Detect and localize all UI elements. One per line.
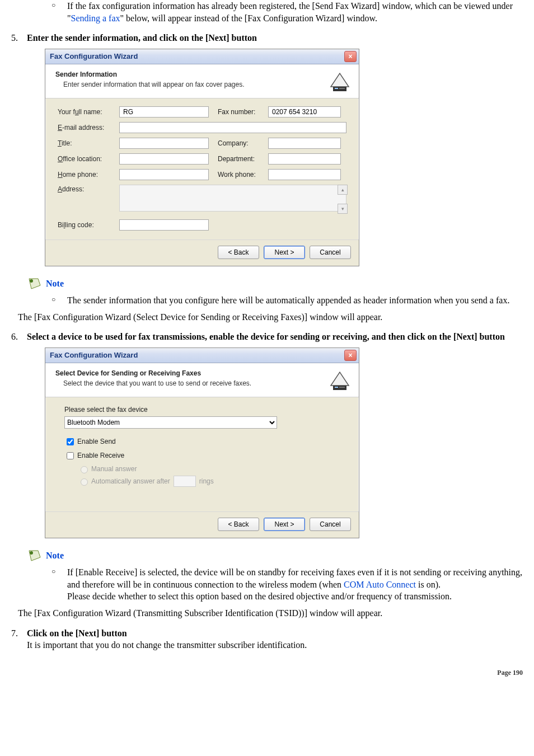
next-button[interactable]: Next > — [264, 246, 305, 259]
step-6-text: Select a device to be used for fax trans… — [27, 331, 523, 343]
step-5: 5. Enter the sender information, and cli… — [11, 32, 523, 44]
fax-number-input[interactable] — [268, 106, 341, 118]
note-icon — [27, 548, 41, 563]
note-1: Note — [27, 276, 523, 291]
svg-point-7 — [30, 551, 33, 555]
cancel-button[interactable]: Cancel — [310, 246, 351, 259]
close-icon[interactable]: × — [344, 51, 357, 62]
cancel-button[interactable]: Cancel — [310, 518, 351, 531]
dialog-header: Select Device for Sending or Receiving F… — [45, 363, 359, 397]
manual-answer-label: Manual answer — [91, 464, 137, 473]
enable-send-checkbox[interactable] — [67, 438, 74, 445]
back-button[interactable]: < Back — [218, 518, 259, 531]
sending-a-fax-link[interactable]: Sending a fax — [71, 13, 120, 23]
note-2-line1b: is on). — [416, 580, 441, 589]
dialog-title: Fax Configuration Wizard — [50, 350, 138, 360]
label-email: E-mail address: — [58, 123, 119, 132]
enable-receive-checkbox[interactable] — [67, 452, 74, 459]
dialog-titlebar: Fax Configuration Wizard × — [45, 348, 359, 363]
office-input[interactable] — [119, 153, 209, 165]
enable-send-label: Enable Send — [77, 437, 116, 446]
step-5-number: 5. — [11, 32, 27, 44]
dialog-header: Sender Information Enter sender informat… — [45, 64, 359, 98]
title-input[interactable] — [119, 138, 209, 149]
auto-answer-label: Automatically answer after — [91, 477, 170, 486]
enable-receive-label: Enable Receive — [77, 451, 124, 460]
note-label: Note — [46, 550, 64, 562]
rings-label: rings — [199, 477, 214, 486]
fax-device-select[interactable]: Bluetooth Modem — [64, 416, 277, 429]
label-office: Office location: — [58, 154, 119, 163]
intro-bullet: If the fax configuration information has… — [45, 0, 523, 24]
address-textarea[interactable] — [119, 185, 346, 212]
step-7-number: 7. — [11, 627, 27, 651]
fax-icon — [327, 70, 352, 95]
label-company: Company: — [218, 139, 268, 148]
step-6-number: 6. — [11, 331, 27, 343]
note-2: Note — [27, 548, 523, 563]
label-workphone: Work phone: — [218, 170, 268, 179]
note-1-bullet: The sender information that you configur… — [45, 294, 523, 307]
label-fullname: Your full name: — [58, 107, 119, 116]
fax-config-wizard-device-dialog: Fax Configuration Wizard × Select Device… — [45, 348, 359, 538]
footer-page-number: 190 — [513, 669, 523, 677]
label-dept: Department: — [218, 154, 268, 163]
select-fax-device-label: Please select the fax device — [64, 405, 346, 414]
note-label: Note — [46, 278, 64, 290]
email-input[interactable] — [119, 122, 346, 133]
dialog-titlebar: Fax Configuration Wizard × — [45, 49, 359, 64]
note-2-bullet: If [Enable Receive] is selected, the dev… — [45, 566, 523, 603]
intro-bullet-post: " below, will appear instead of the [Fax… — [120, 13, 377, 23]
header-subtitle: Select the device that you want to use t… — [55, 379, 251, 388]
label-billing: Billing code: — [58, 220, 119, 229]
auto-answer-radio — [81, 478, 88, 486]
fax-config-wizard-sender-dialog: Fax Configuration Wizard × Sender Inform… — [45, 49, 359, 266]
manual-answer-radio — [81, 466, 88, 473]
header-subtitle: Enter sender information that will appea… — [55, 80, 245, 89]
step-7: 7. Click on the [Next] button It is impo… — [11, 627, 523, 651]
dialog-title: Fax Configuration Wizard — [50, 51, 138, 62]
svg-rect-2 — [339, 88, 345, 89]
svg-rect-6 — [339, 387, 345, 388]
homephone-input[interactable] — [119, 169, 209, 180]
label-fax: Fax number: — [218, 107, 268, 116]
close-icon[interactable]: × — [344, 350, 357, 361]
header-title: Select Device for Sending or Receiving F… — [55, 369, 251, 378]
step-7-title: Click on the [Next] button — [27, 627, 523, 640]
scroll-up-icon[interactable]: ▴ — [338, 185, 348, 195]
company-input[interactable] — [268, 138, 341, 149]
label-address: Address: — [58, 185, 119, 194]
com-auto-connect-link[interactable]: COM Auto Connect — [344, 580, 416, 589]
svg-rect-1 — [335, 88, 338, 89]
rings-spinner — [174, 476, 196, 487]
department-input[interactable] — [268, 153, 341, 165]
step-7-sub: It is important that you do not change t… — [27, 639, 523, 651]
step-6: 6. Select a device to be used for fax tr… — [11, 331, 523, 343]
note-icon — [27, 276, 41, 291]
svg-rect-5 — [335, 387, 338, 388]
note-2-line1a: If [Enable Receive] is selected, the dev… — [67, 567, 522, 589]
header-title: Sender Information — [55, 70, 245, 79]
scroll-down-icon[interactable]: ▾ — [338, 204, 348, 214]
next-button[interactable]: Next > — [264, 518, 305, 531]
footer-label: Page — [497, 669, 513, 677]
svg-point-3 — [30, 279, 33, 283]
label-homephone: Home phone: — [58, 170, 119, 179]
billing-input[interactable] — [119, 219, 209, 231]
back-button[interactable]: < Back — [218, 246, 259, 259]
fax-icon — [327, 369, 352, 393]
paragraph-select-device: The [Fax Configuration Wizard (Select De… — [18, 311, 523, 323]
label-title: Title: — [58, 139, 119, 148]
step-5-text: Enter the sender information, and click … — [27, 32, 523, 44]
fullname-input[interactable] — [119, 106, 209, 118]
paragraph-tsid: The [Fax Configuration Wizard (Transmitt… — [18, 607, 523, 619]
page-footer: Page 190 — [11, 668, 523, 677]
workphone-input[interactable] — [268, 169, 341, 180]
note-2-line2: Please decide whether to select this opt… — [67, 591, 452, 601]
